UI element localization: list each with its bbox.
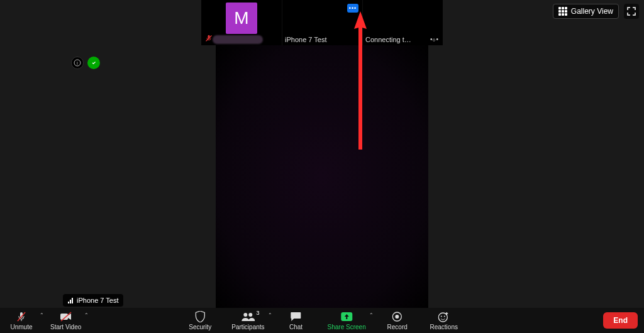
active-speaker-video[interactable] xyxy=(216,45,428,308)
encryption-badge[interactable] xyxy=(87,57,100,69)
security-button[interactable]: Security xyxy=(185,311,215,330)
record-label: Record xyxy=(387,324,408,330)
participant-tile[interactable]: M xyxy=(201,0,282,45)
reactions-button[interactable]: Reactions xyxy=(429,311,459,330)
signal-icon xyxy=(68,297,73,303)
chat-icon xyxy=(291,311,302,322)
share-screen-button[interactable]: Share Screen ⌃ xyxy=(328,311,366,330)
svg-point-15 xyxy=(444,315,445,317)
reactions-label: Reactions xyxy=(430,324,457,330)
camera-off-icon xyxy=(60,311,72,322)
fullscreen-icon xyxy=(627,7,636,16)
fullscreen-button[interactable] xyxy=(624,4,639,19)
svg-point-14 xyxy=(441,315,442,317)
mic-muted-icon xyxy=(16,311,27,322)
participant-name: Connecting t… xyxy=(365,36,430,43)
share-icon xyxy=(340,311,353,322)
svg-point-9 xyxy=(248,313,252,317)
mic-muted-icon xyxy=(205,35,213,42)
participants-count: 3 xyxy=(257,310,260,316)
gallery-view-label: Gallery View xyxy=(571,7,613,16)
grid-icon xyxy=(558,7,567,16)
audio-menu-caret[interactable]: ⌃ xyxy=(40,312,44,318)
participant-more-button[interactable]: ••• xyxy=(347,4,358,13)
participants-button[interactable]: 3 Participants ⌃ xyxy=(231,311,264,330)
info-icon: i xyxy=(74,59,81,67)
record-icon xyxy=(392,311,402,322)
video-thumb xyxy=(389,4,418,33)
svg-text:i: i xyxy=(77,60,78,66)
start-video-button[interactable]: Start Video ⌃ xyxy=(50,311,81,330)
meeting-toolbar: Unmute ⌃ Start Video ⌃ Security 3 Partic… xyxy=(0,308,644,333)
participant-tile[interactable]: Connecting t… •₀• xyxy=(362,0,443,45)
info-badge[interactable]: i xyxy=(71,57,84,69)
participant-name: iPhone 7 Test xyxy=(285,36,360,43)
shield-check-icon xyxy=(91,60,97,66)
svg-point-13 xyxy=(439,313,448,322)
participants-label: Participants xyxy=(231,324,264,330)
reactions-icon xyxy=(438,311,450,322)
chat-button[interactable]: Chat xyxy=(281,311,311,330)
svg-point-8 xyxy=(243,313,247,317)
record-button[interactable]: Record xyxy=(382,311,413,330)
unmute-button[interactable]: Unmute ⌃ xyxy=(6,311,36,330)
security-label: Security xyxy=(189,324,211,330)
start-video-label: Start Video xyxy=(50,324,81,330)
meeting-badges: i xyxy=(71,57,100,69)
participant-name-redacted xyxy=(213,35,263,44)
video-thumb xyxy=(308,4,337,33)
share-label: Share Screen xyxy=(328,324,366,330)
connecting-icon: •₀• xyxy=(430,36,439,43)
svg-point-12 xyxy=(396,315,399,319)
shield-icon xyxy=(195,311,205,322)
participant-strip: M ••• iPhone 7 Test Connecting t… •₀• xyxy=(201,0,443,45)
video-menu-caret[interactable]: ⌃ xyxy=(84,312,89,318)
people-icon xyxy=(241,311,255,322)
share-menu-caret[interactable]: ⌃ xyxy=(369,312,374,318)
end-meeting-button[interactable]: End xyxy=(603,312,638,329)
chat-label: Chat xyxy=(289,324,303,330)
participant-tile[interactable]: ••• iPhone 7 Test xyxy=(282,0,362,45)
avatar: M xyxy=(226,3,257,34)
unmute-label: Unmute xyxy=(10,324,32,330)
audio-source-tooltip: iPhone 7 Test xyxy=(63,294,123,307)
audio-source-label: iPhone 7 Test xyxy=(77,297,118,304)
participants-menu-caret[interactable]: ⌃ xyxy=(268,312,272,318)
gallery-view-button[interactable]: Gallery View xyxy=(553,4,619,19)
